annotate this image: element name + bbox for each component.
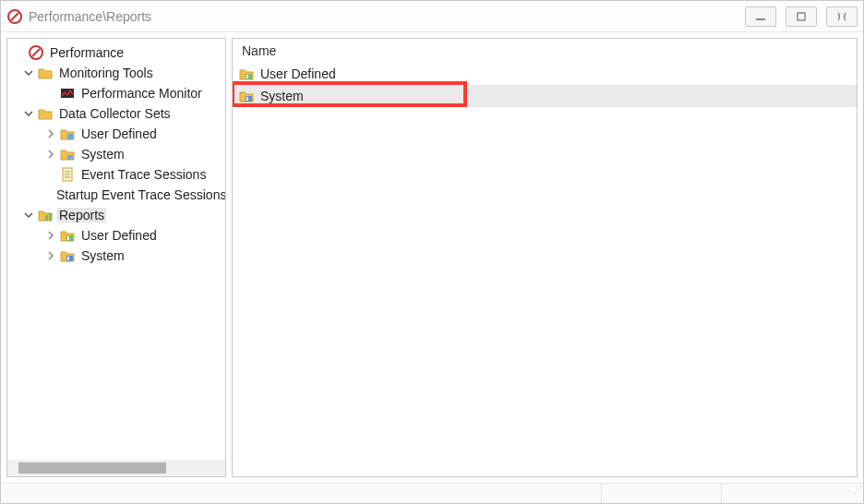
expander-icon[interactable] — [22, 107, 35, 120]
column-header-name[interactable]: Name — [242, 40, 276, 62]
tree-node-reports[interactable]: Reports — [11, 205, 225, 225]
tree-node-data-collector-sets[interactable]: Data Collector Sets — [11, 103, 225, 124]
expander-icon[interactable] — [44, 148, 57, 161]
expander-icon[interactable] — [22, 66, 35, 79]
svg-rect-17 — [45, 215, 48, 221]
folder-icon — [37, 105, 54, 122]
tree-label: User Defined — [79, 126, 159, 141]
expander-icon[interactable] — [22, 209, 35, 222]
tree-node-performance-monitor[interactable]: ▸ Performance Monitor — [11, 83, 225, 103]
monitor-icon — [59, 85, 76, 102]
list-panel: Name User Defined System — [232, 38, 858, 477]
list-item-label: System — [258, 89, 306, 103]
tree-label: Event Trace Sessions — [79, 167, 208, 182]
window-frame: Performance\Reports ▸ Perform — [0, 0, 864, 504]
close-button[interactable] — [826, 6, 858, 27]
reports-folder-icon — [37, 207, 54, 223]
folder-user-icon — [59, 126, 76, 142]
expander-icon[interactable] — [44, 127, 57, 140]
tree-label: System — [79, 147, 126, 162]
svg-rect-24 — [246, 75, 248, 78]
tree-node-startup-event-trace-sessions[interactable]: ▸ Startup Event Trace Sessions — [11, 185, 225, 205]
maximize-button[interactable] — [786, 6, 817, 27]
tree-label: Performance Monitor — [79, 86, 204, 101]
window-title: Performance\Reports — [29, 9, 745, 24]
app-icon — [6, 8, 23, 25]
titlebar: Performance\Reports — [1, 1, 863, 32]
list-item-user-defined[interactable]: User Defined — [233, 63, 857, 85]
list-header[interactable]: Name — [233, 39, 857, 63]
report-folder-green-icon — [59, 227, 76, 244]
scrollbar-thumb[interactable] — [18, 462, 166, 474]
list-item-system[interactable]: System — [233, 85, 857, 107]
tree-node-reports-user-defined[interactable]: User Defined — [11, 225, 225, 246]
window-controls — [745, 6, 858, 27]
expander-icon[interactable] — [44, 249, 57, 262]
tree-node-monitoring-tools[interactable]: Monitoring Tools — [11, 63, 225, 83]
svg-rect-20 — [67, 236, 69, 240]
folder-icon — [37, 65, 54, 81]
tree-label: Reports — [57, 208, 106, 222]
svg-rect-26 — [246, 97, 248, 101]
expander-icon[interactable] — [44, 229, 57, 242]
svg-point-7 — [67, 134, 74, 140]
tree-label: Startup Event Trace Sessions — [54, 187, 225, 202]
svg-rect-3 — [798, 13, 805, 20]
tree-node-reports-system[interactable]: System — [11, 246, 225, 266]
svg-rect-8 — [67, 155, 73, 160]
horizontal-scrollbar[interactable] — [7, 460, 225, 476]
tree-label: User Defined — [79, 228, 159, 243]
list-item-label: User Defined — [258, 66, 338, 81]
tree-node-performance[interactable]: ▸ Performance — [11, 42, 225, 63]
statusbar: ⋰ — [1, 483, 863, 503]
tree-node-dcs-system[interactable]: System — [11, 144, 225, 164]
report-folder-green-icon — [238, 66, 255, 82]
svg-line-1 — [11, 13, 18, 20]
perf-icon — [28, 44, 44, 61]
svg-rect-18 — [49, 213, 52, 221]
report-folder-blue-icon — [238, 88, 255, 104]
tree-node-event-trace-sessions[interactable]: ▸ Event Trace Sessions — [11, 164, 225, 185]
svg-rect-22 — [67, 257, 69, 260]
tree-label: Monitoring Tools — [57, 66, 155, 80]
navigation-tree[interactable]: ▸ Performance Monitoring Tools — [7, 39, 225, 460]
tree-label: Data Collector Sets — [57, 106, 173, 121]
tree-label: Performance — [48, 45, 126, 60]
svg-line-5 — [32, 49, 40, 56]
report-folder-blue-icon — [59, 247, 76, 264]
minimize-button[interactable] — [745, 6, 776, 27]
list-body: User Defined System — [233, 63, 857, 476]
resize-grip[interactable]: ⋰ — [846, 486, 861, 501]
tree-node-dcs-user-defined[interactable]: User Defined — [11, 124, 225, 144]
tree-panel: ▸ Performance Monitoring Tools — [6, 38, 226, 477]
file-icon — [59, 166, 76, 183]
tree-label: System — [79, 248, 126, 263]
svg-rect-2 — [756, 18, 765, 20]
body: ▸ Performance Monitoring Tools — [1, 32, 863, 483]
folder-system-icon — [59, 146, 76, 162]
